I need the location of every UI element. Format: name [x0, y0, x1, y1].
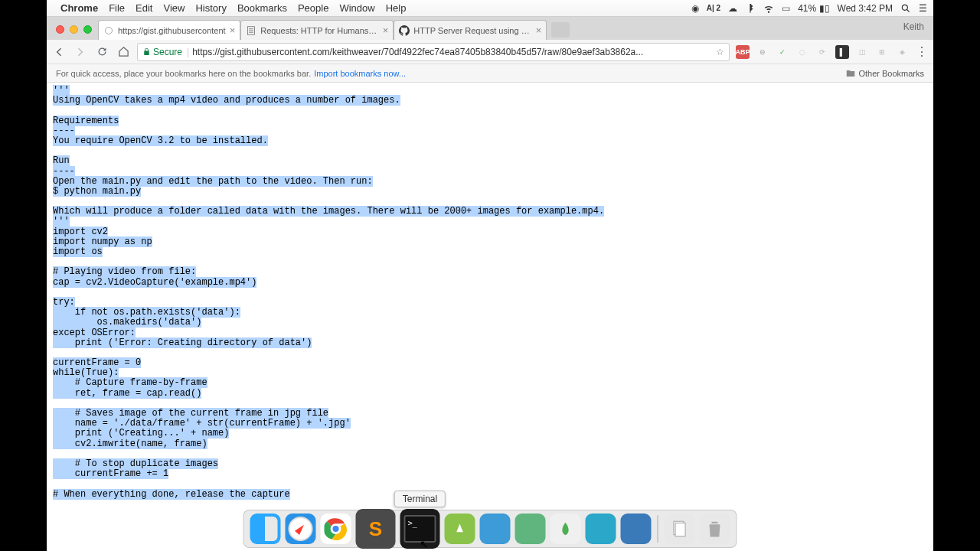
status-bluetooth-icon[interactable]: [745, 3, 756, 14]
tab-close-icon[interactable]: ×: [383, 24, 389, 36]
dock-documents[interactable]: [665, 514, 695, 544]
extension-icon-2[interactable]: ⊖: [756, 45, 769, 59]
menu-window[interactable]: Window: [339, 2, 374, 14]
url-text: https://gist.githubusercontent.com/keith…: [192, 47, 713, 57]
menu-view[interactable]: View: [163, 2, 185, 14]
dock-trash[interactable]: [700, 514, 730, 544]
spotlight-icon[interactable]: [900, 3, 911, 14]
reload-button[interactable]: [94, 44, 109, 60]
notification-center-icon[interactable]: ☰: [919, 3, 927, 14]
svg-point-11: [528, 527, 531, 530]
window-controls: [56, 25, 92, 34]
extension-icon-8[interactable]: ⊞: [875, 45, 889, 59]
menu-history[interactable]: History: [195, 2, 226, 14]
doc-icon: [246, 25, 256, 36]
globe-icon: [103, 25, 114, 36]
extension-icon-4[interactable]: ◌: [795, 45, 809, 59]
status-adobe-icon[interactable]: A| 2: [707, 4, 720, 12]
minimize-window-button[interactable]: [70, 25, 78, 34]
status-clock[interactable]: Wed 3:42 PM: [838, 3, 893, 14]
menu-people[interactable]: People: [298, 2, 328, 14]
svg-point-0: [902, 5, 907, 10]
status-cloud-icon[interactable]: ☁: [728, 3, 737, 14]
github-icon: [399, 25, 410, 36]
address-bar[interactable]: Secure | https://gist.githubusercontent.…: [137, 43, 730, 61]
page-content[interactable]: ''' Using OpenCV takes a mp4 video and p…: [47, 83, 933, 551]
bookmark-hint: For quick access, place your bookmarks h…: [56, 69, 311, 78]
tab-0[interactable]: https://gist.githubusercontent×: [98, 20, 240, 40]
bookmark-bar: For quick access, place your bookmarks h…: [47, 64, 933, 83]
code-text[interactable]: ''' Using OpenCV takes a mp4 video and p…: [47, 83, 933, 500]
extension-abp-icon[interactable]: ABP: [736, 45, 750, 59]
dock-finder[interactable]: [250, 514, 281, 544]
dock-chrome[interactable]: [321, 514, 351, 544]
toolbar: Secure | https://gist.githubusercontent.…: [47, 40, 933, 64]
dock-atom[interactable]: [515, 514, 546, 544]
menubar: Chrome FileEditViewHistoryBookmarksPeopl…: [47, 0, 933, 17]
chrome-window: https://gist.githubusercontent×Requests:…: [47, 17, 933, 551]
dock: S>_Terminal↖: [243, 510, 737, 548]
svg-rect-16: [675, 523, 685, 536]
status-siri-icon[interactable]: ◉: [691, 3, 699, 14]
other-bookmarks-button[interactable]: Other Bookmarks: [845, 68, 924, 79]
dock-preview[interactable]: [586, 514, 616, 544]
status-display-icon[interactable]: ▭: [782, 3, 790, 14]
profile-name[interactable]: Keith: [903, 21, 924, 32]
tab-2[interactable]: HTTP Server Request using Re×: [394, 20, 547, 40]
dock-xcode[interactable]: [480, 514, 511, 544]
status-battery[interactable]: 41% ▮▯: [798, 3, 829, 14]
extension-icon-5[interactable]: ⟳: [815, 45, 829, 59]
tab-title: https://gist.githubusercontent: [118, 26, 226, 35]
maximize-window-button[interactable]: [83, 25, 92, 34]
dock-mongo[interactable]: [550, 514, 581, 544]
tab-title: Requests: HTTP for Humans —: [260, 26, 378, 35]
extension-icon-7[interactable]: ◫: [855, 45, 869, 59]
tab-close-icon[interactable]: ×: [536, 24, 542, 36]
dock-tooltip: Terminal: [394, 491, 446, 507]
tab-strip: https://gist.githubusercontent×Requests:…: [47, 17, 933, 40]
menu-file[interactable]: File: [109, 2, 125, 14]
extension-icon-9[interactable]: ◈: [895, 45, 909, 59]
secure-indicator: Secure: [142, 47, 182, 57]
back-button[interactable]: [51, 44, 67, 60]
import-bookmarks-link[interactable]: Import bookmarks now...: [314, 69, 406, 78]
chrome-menu-button[interactable]: ⋮: [915, 44, 929, 59]
forward-button[interactable]: [73, 44, 88, 60]
new-tab-button[interactable]: [551, 22, 570, 37]
extension-icon-6[interactable]: ▌: [835, 45, 849, 59]
dock-safari[interactable]: [286, 514, 316, 544]
dock-separator: [658, 515, 658, 543]
extension-icon-3[interactable]: ✓: [776, 45, 789, 59]
cursor-icon: ↖: [420, 538, 429, 550]
dock-sublime[interactable]: S: [356, 509, 396, 549]
menu-help[interactable]: Help: [386, 2, 407, 14]
home-button[interactable]: [116, 44, 131, 60]
menu-edit[interactable]: Edit: [136, 2, 152, 14]
tab-close-icon[interactable]: ×: [230, 24, 236, 36]
app-name[interactable]: Chrome: [60, 2, 98, 14]
dock-quicktime[interactable]: [621, 514, 652, 544]
tab-title: HTTP Server Request using Re: [413, 26, 531, 35]
dock-terminal[interactable]: >_Terminal↖: [400, 509, 440, 549]
close-window-button[interactable]: [56, 25, 64, 34]
svg-point-2: [106, 27, 113, 34]
svg-point-9: [332, 525, 340, 533]
svg-line-1: [907, 9, 910, 11]
status-wifi-icon[interactable]: [763, 3, 774, 14]
bookmark-star-icon[interactable]: ☆: [716, 47, 724, 57]
dock-android-studio[interactable]: [445, 514, 475, 544]
menu-bookmarks[interactable]: Bookmarks: [237, 2, 287, 14]
tab-1[interactable]: Requests: HTTP for Humans —×: [240, 20, 394, 40]
